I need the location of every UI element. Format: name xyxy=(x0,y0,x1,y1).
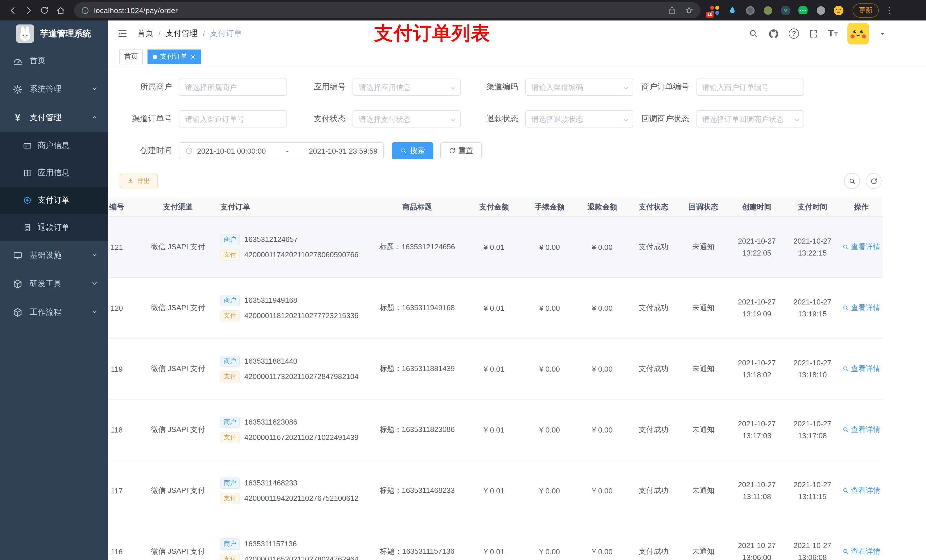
rabbit-logo-icon xyxy=(16,24,34,43)
date-range-picker[interactable]: 2021-10-01 00:00:00 - 2021-10-31 23:59:5… xyxy=(179,142,384,159)
sidebar-item-merchant-info[interactable]: 商户信息 xyxy=(0,132,108,159)
view-detail-link[interactable]: 查看详情 xyxy=(842,303,881,313)
site-info-icon[interactable] xyxy=(81,6,89,15)
notify-status-select[interactable] xyxy=(696,110,804,127)
sidebar-collapse-icon[interactable] xyxy=(117,28,128,39)
tab-home[interactable]: 首页 xyxy=(119,49,143,64)
channel-code-select[interactable] xyxy=(525,78,633,96)
search-icon[interactable] xyxy=(748,29,758,39)
view-detail-link[interactable]: 查看详情 xyxy=(842,546,881,557)
breadcrumb-pay-order: 支付订单 xyxy=(210,29,242,39)
screen: localhost:1024/pay/order 10 xyxy=(0,0,926,560)
forward-icon[interactable] xyxy=(21,2,36,18)
browser-menu-icon[interactable] xyxy=(884,5,894,15)
github-icon[interactable] xyxy=(768,28,779,39)
pay-tag: 支付 xyxy=(220,554,240,560)
magnifier-icon xyxy=(842,426,849,433)
refund-status-select[interactable] xyxy=(525,110,633,127)
view-detail-link[interactable]: 查看详情 xyxy=(842,486,881,496)
pay-tag: 支付 xyxy=(220,492,240,504)
merchant-tag: 商户 xyxy=(220,355,240,367)
view-detail-link[interactable]: 查看详情 xyxy=(842,364,881,374)
chevron-up-icon xyxy=(91,113,98,122)
font-size-icon[interactable]: TT xyxy=(828,29,838,39)
view-detail-link[interactable]: 查看详情 xyxy=(842,242,881,252)
filter-row-3: 创建时间 2021-10-01 00:00:00 - 2021-10-31 23… xyxy=(120,142,915,159)
breadcrumb-payment[interactable]: 支付管理 xyxy=(166,29,198,39)
home-icon[interactable] xyxy=(52,2,68,18)
chevron-down-icon xyxy=(91,251,98,260)
table-row: 120 微信 JSAPI 支付 商户1635311949168 支付420000… xyxy=(108,278,883,339)
date-end[interactable]: 2021-10-31 23:59:59 xyxy=(309,146,378,155)
pay-status-select[interactable] xyxy=(353,110,461,127)
pay-tag: 支付 xyxy=(220,310,240,321)
toggle-search-button[interactable] xyxy=(844,173,860,189)
magnifier-icon xyxy=(842,305,849,311)
avatar[interactable] xyxy=(847,23,869,44)
extension-pin-icon[interactable] xyxy=(816,5,826,15)
sidebar-item-infra[interactable]: 基础设施 xyxy=(0,241,108,270)
logo[interactable]: 芋道管理系统 xyxy=(0,21,108,47)
document-icon xyxy=(23,223,32,232)
pay-tag: 支付 xyxy=(220,371,240,382)
pay-tag: 支付 xyxy=(220,249,240,260)
app-no-select[interactable] xyxy=(353,78,461,96)
filter-channel-code: 渠道编码 xyxy=(461,78,633,96)
date-start[interactable]: 2021-10-01 00:00:00 xyxy=(197,146,266,155)
magnifier-icon xyxy=(842,365,849,372)
bookmark-star-icon[interactable] xyxy=(684,6,694,15)
back-icon[interactable] xyxy=(5,2,21,18)
reload-icon[interactable] xyxy=(36,2,52,18)
share-icon[interactable] xyxy=(667,6,676,15)
extension-badge: 10 xyxy=(706,12,714,18)
close-icon[interactable] xyxy=(190,54,196,59)
sidebar-item-system[interactable]: 系统管理 xyxy=(0,75,108,104)
search-button[interactable]: 搜索 xyxy=(392,142,433,159)
breadcrumb-home[interactable]: 首页 xyxy=(137,29,153,39)
vue-devtools-icon[interactable] xyxy=(780,5,790,15)
extension-gray-circle-icon[interactable] xyxy=(745,5,755,15)
sidebar-item-home[interactable]: 首页 xyxy=(0,47,108,75)
refresh-table-button[interactable] xyxy=(865,173,882,189)
extension-colorgrid-icon[interactable]: 10 xyxy=(710,5,720,15)
sidebar-item-workflow[interactable]: 工作流程 xyxy=(0,298,108,327)
merchant-input[interactable] xyxy=(179,78,287,96)
filter-refund-status: 退款状态 xyxy=(461,110,633,127)
export-button[interactable]: 导出 xyxy=(120,174,158,189)
download-icon xyxy=(127,178,134,184)
url-text[interactable]: localhost:1024/pay/order xyxy=(94,6,178,15)
extension-drop-icon[interactable] xyxy=(727,5,737,15)
sidebar-item-refund-order[interactable]: 退款订单 xyxy=(0,214,108,241)
merchant-tag: 商户 xyxy=(220,234,240,245)
dashboard-icon xyxy=(12,56,23,66)
magnifier-icon xyxy=(842,487,849,494)
filter-notify-status: 回调商户状态 xyxy=(633,110,804,127)
fullscreen-icon[interactable] xyxy=(809,29,819,38)
filter-merchant-order-no: 商户订单编号 xyxy=(633,78,804,96)
sidebar-item-app-info[interactable]: 应用信息 xyxy=(0,159,108,187)
wechat-extension-icon[interactable] xyxy=(798,5,808,15)
merchant-tag: 商户 xyxy=(220,477,240,489)
extension-olive-circle-icon[interactable] xyxy=(763,5,773,15)
app-header: 首页 / 支付管理 / 支付订单 支付订单列表 ? TT xyxy=(108,21,926,47)
chrome-update-button[interactable]: 更新 xyxy=(853,3,879,17)
sidebar-item-payment[interactable]: ¥ 支付管理 xyxy=(0,104,108,132)
target-icon xyxy=(23,196,32,205)
chevron-down-icon xyxy=(91,85,98,94)
merchant-order-no-input[interactable] xyxy=(696,78,804,96)
refresh-icon xyxy=(449,147,455,154)
header-actions: ? TT xyxy=(748,23,886,44)
address-bar[interactable]: localhost:1024/pay/order xyxy=(74,2,701,18)
sidebar-item-devtools[interactable]: 研发工具 xyxy=(0,270,108,298)
app-window: 芋道管理系统 首页 系统管理 ¥ 支付管理 商户信息 xyxy=(0,21,926,560)
profile-avatar-icon[interactable] xyxy=(833,5,843,15)
tab-pay-order[interactable]: 支付订单 xyxy=(147,49,201,64)
help-icon[interactable]: ? xyxy=(789,29,799,39)
clock-icon xyxy=(185,147,193,155)
browser-toolbar: localhost:1024/pay/order 10 xyxy=(0,0,926,21)
view-detail-link[interactable]: 查看详情 xyxy=(842,424,881,435)
caret-down-icon[interactable] xyxy=(879,30,886,37)
sidebar-item-pay-order[interactable]: 支付订单 xyxy=(0,187,108,214)
channel-order-no-input[interactable] xyxy=(179,110,287,127)
reset-button[interactable]: 重置 xyxy=(440,142,482,159)
